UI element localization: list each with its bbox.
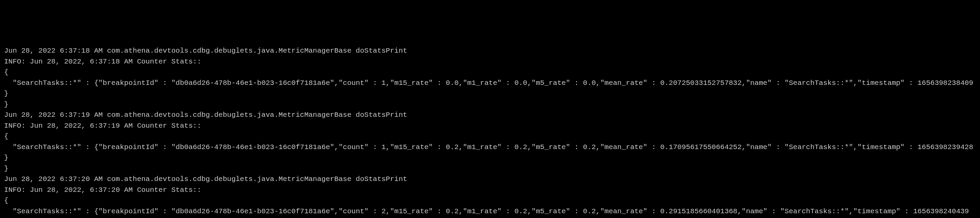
log-info: INFO: Jun 28, 2022, 6:37:20 AM Counter S…: [4, 185, 976, 196]
log-header: Jun 28, 2022 6:37:18 AM com.athena.devto…: [4, 46, 976, 56]
log-brace-open: {: [4, 67, 976, 78]
log-body: "SearchTasks::*" : {"breakpointId" : "db…: [4, 206, 976, 218]
log-body: "SearchTasks::*" : {"breakpointId" : "db…: [4, 142, 976, 163]
log-brace-close: }: [4, 99, 976, 110]
log-body: "SearchTasks::*" : {"breakpointId" : "db…: [4, 78, 976, 99]
log-brace-close: }: [4, 163, 976, 174]
log-header: Jun 28, 2022 6:37:19 AM com.athena.devto…: [4, 110, 976, 120]
log-header: Jun 28, 2022 6:37:20 AM com.athena.devto…: [4, 174, 976, 185]
log-info: INFO: Jun 28, 2022, 6:37:18 AM Counter S…: [4, 56, 976, 67]
log-info: INFO: Jun 28, 2022, 6:37:19 AM Counter S…: [4, 120, 976, 131]
log-brace-open: {: [4, 131, 976, 142]
log-brace-open: {: [4, 195, 976, 206]
